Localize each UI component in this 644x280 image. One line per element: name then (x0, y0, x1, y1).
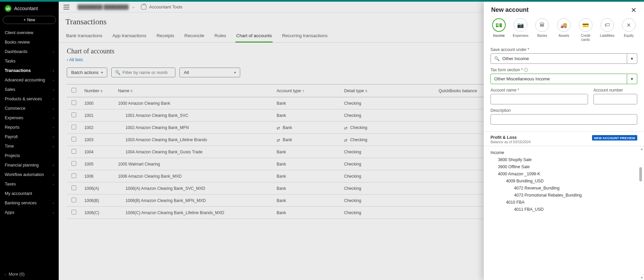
row-checkbox[interactable] (72, 185, 76, 190)
row-checkbox[interactable] (72, 112, 76, 117)
cell-detail-type: Checking (341, 158, 436, 170)
account-type-liabilities[interactable]: 🏷Liabilities (599, 18, 616, 42)
sidebar-item-sales[interactable]: Sales› (0, 85, 59, 94)
sidebar-item-label: Workflow automation (5, 172, 44, 177)
info-icon[interactable]: i (524, 68, 528, 72)
type-filter-dropdown[interactable]: All ▾ (179, 68, 240, 77)
tab-bank-transactions[interactable]: Bank transactions (65, 30, 103, 42)
tax-form-select[interactable]: Other Miscellaneous Income ▾ (491, 74, 637, 84)
preview-line: Income (491, 149, 637, 156)
row-checkbox[interactable] (72, 100, 76, 105)
scroll-up-icon[interactable]: ▴ (641, 147, 643, 151)
new-button[interactable]: + New (3, 16, 56, 24)
column-number[interactable]: Number (82, 84, 115, 97)
sidebar-item-commerce[interactable]: Commerce› (0, 104, 59, 113)
save-under-select[interactable]: 🔍 Other Income ▾ (491, 53, 637, 64)
filter-input-wrap[interactable]: 🔍 (111, 68, 175, 77)
sidebar-item-my-accountant[interactable]: My accountant (0, 189, 59, 198)
liabilities-icon: 🏷 (600, 18, 614, 32)
sidebar-item-books-review[interactable]: Books review (0, 37, 59, 47)
credit-cards-icon: 💳 (579, 18, 592, 32)
account-type-banks[interactable]: 🏛Banks (534, 18, 551, 42)
accountant-tools-label: Accountant Tools (149, 4, 183, 9)
column-account-type[interactable]: Account type (274, 84, 341, 97)
sidebar-item-reports[interactable]: Reports› (0, 123, 59, 132)
cell-name: 1006(A) Amazon Clearing Bank_SVC_MXD (115, 182, 274, 195)
cell-number: 1006 (82, 170, 115, 182)
cell-number: 1000 (82, 97, 115, 109)
account-type-income[interactable]: 💵Income (491, 18, 507, 42)
sidebar-item-payroll[interactable]: Payroll› (0, 132, 59, 142)
account-type-assets[interactable]: 🚚Assets (555, 18, 572, 42)
row-checkbox[interactable] (72, 161, 76, 166)
sidebar-item-client-overview[interactable]: Client overview (0, 28, 59, 37)
tab-app-transactions[interactable]: App transactions (112, 30, 147, 42)
row-checkbox[interactable] (72, 210, 76, 214)
account-name-input[interactable] (491, 94, 588, 104)
chevron-right-icon: › (53, 97, 54, 101)
preview-badge: NEW ACCOUNT PREVIEW (592, 135, 637, 141)
scroll-down-icon[interactable]: ▾ (641, 276, 643, 279)
column-checkbox[interactable] (67, 84, 82, 97)
sidebar-item-label: Books review (5, 40, 30, 45)
chevron-down-icon: ▾ (101, 71, 103, 74)
client-caret-icon[interactable]: ⌄ (132, 5, 135, 9)
brand-text: Accountant (14, 6, 38, 11)
sidebar-item-tasks[interactable]: Tasks (0, 56, 59, 66)
row-checkbox[interactable] (72, 198, 76, 202)
sidebar-item-time[interactable]: Time› (0, 142, 59, 151)
sidebar-item-workflow-automation[interactable]: Workflow automation› (0, 170, 59, 179)
sidebar-item-apps[interactable]: Apps› (0, 208, 59, 217)
row-checkbox[interactable] (72, 173, 76, 178)
chevron-down-icon[interactable]: ▾ (627, 74, 637, 84)
cell-detail-type: Checking (341, 97, 436, 109)
cell-name: 1000 Amazon Clearing Bank (115, 97, 274, 109)
accountant-tools-link[interactable]: Accountant Tools (141, 4, 183, 9)
sidebar-item-advanced-accounting[interactable]: Advanced accounting› (0, 75, 59, 85)
chevron-down-icon[interactable]: ▾ (627, 53, 637, 64)
sidebar-item-dashboards[interactable]: Dashboards› (0, 47, 59, 56)
hamburger-icon[interactable] (63, 5, 69, 9)
description-input[interactable] (491, 114, 637, 125)
client-name[interactable]: ████████ ████████ (76, 4, 131, 10)
tab-chart-of-accounts[interactable]: Chart of accounts (235, 30, 273, 43)
sidebar-item-label: Banking services (5, 201, 37, 205)
assets-icon: 🚚 (557, 18, 570, 32)
tab-recurring-transactions[interactable]: Recurring transactions (281, 30, 328, 42)
sidebar-item-label: Reports (5, 125, 20, 130)
close-icon[interactable]: ✕ (631, 7, 637, 14)
scrollbar-thumb[interactable] (639, 167, 642, 181)
tab-receipts[interactable]: Receipts (156, 30, 175, 42)
sidebar-item-banking-services[interactable]: Banking services› (0, 198, 59, 208)
row-checkbox[interactable] (72, 125, 76, 129)
sidebar-item-projects[interactable]: Projects (0, 151, 59, 160)
account-type-expenses[interactable]: 📷Expenses (512, 18, 529, 42)
chevron-right-icon: › (53, 182, 54, 186)
sidebar-item-products-services[interactable]: Products & services› (0, 94, 59, 104)
cell-name: 1003 Amazon Clearing Bank_Lifeline Brand… (115, 134, 274, 146)
checkbox-icon[interactable] (72, 88, 76, 93)
preview-line: 4009 Bundling_USD (491, 177, 637, 184)
filter-input[interactable] (122, 70, 179, 75)
cell-number: 1006(B) (82, 195, 115, 207)
row-checkbox[interactable] (72, 149, 76, 154)
sidebar-item-label: Apps (5, 210, 15, 215)
cell-detail-type: Checking (341, 195, 436, 207)
sidebar-item-taxes[interactable]: Taxes› (0, 179, 59, 189)
column-name[interactable]: Name (115, 84, 274, 97)
sidebar-item-label: My accountant (5, 191, 32, 196)
sidebar: qb Accountant + New Client overviewBooks… (0, 2, 59, 280)
tab-reconcile[interactable]: Reconcile (184, 30, 205, 42)
preview-line: 4011 FBA_USD (491, 206, 637, 213)
account-number-input[interactable] (593, 94, 637, 104)
account-type-credit-cards[interactable]: 💳Credit cards (577, 18, 594, 42)
sidebar-item-financial-planning[interactable]: Financial planning› (0, 160, 59, 170)
tab-rules[interactable]: Rules (214, 30, 227, 42)
account-type-equity[interactable]: ✕Equity (620, 18, 637, 42)
column-detail-type[interactable]: Detail type (341, 84, 436, 97)
sidebar-item-expenses[interactable]: Expenses› (0, 113, 59, 123)
sidebar-item-transactions[interactable]: Transactions› (0, 66, 59, 75)
row-checkbox[interactable] (72, 137, 76, 142)
sidebar-more[interactable]: › More (0) (0, 269, 59, 280)
batch-actions-button[interactable]: Batch actions ▾ (67, 68, 107, 77)
